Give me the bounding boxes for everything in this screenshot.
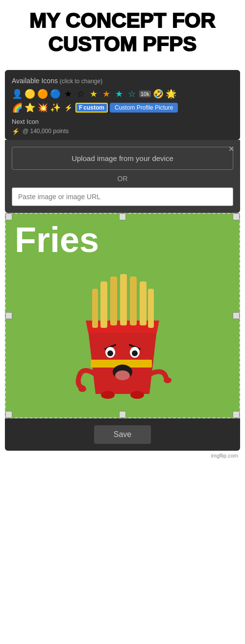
icon-star-rainbow-2[interactable]: ⭐: [24, 102, 35, 113]
points-text: @ 140,000 points: [23, 128, 69, 135]
icon-lightning[interactable]: ⚡: [63, 104, 74, 112]
custom-label: custom: [83, 104, 104, 111]
icons-row-1: 👤 🟡 🟠 🔵 ★ ☆ ★ ★ ★ ☆ 10k 🤣 🌟: [12, 89, 233, 99]
icon-star-rainbow-1[interactable]: 🌈: [12, 102, 23, 113]
icon-star-teal-outline[interactable]: ☆: [126, 89, 137, 99]
crop-handle-ml[interactable]: [5, 312, 12, 319]
next-icon-label: Next Icon: [12, 118, 233, 125]
save-button[interactable]: Save: [94, 425, 151, 444]
crop-handle-tm[interactable]: [119, 213, 126, 220]
crop-handle-bl[interactable]: [5, 411, 12, 418]
meme-header: MY CONCEPT FOR CUSTOM PFPS: [0, 0, 245, 61]
icon-orange-circle[interactable]: 🟠: [37, 89, 48, 99]
icon-star-orange[interactable]: ★: [101, 89, 112, 99]
icon-blue-circle[interactable]: 🔵: [50, 89, 61, 99]
next-icon-section: Next Icon ⚡ @ 140,000 points: [12, 118, 233, 135]
crop-handle-tl[interactable]: [5, 213, 12, 220]
click-hint: (click to change): [60, 78, 102, 85]
crop-handle-bm[interactable]: [119, 411, 126, 418]
icon-star-filled[interactable]: ★: [63, 89, 74, 99]
f-custom-badge[interactable]: F custom: [75, 103, 108, 113]
icon-star-flag[interactable]: 🌟: [166, 89, 176, 99]
next-icon-detail: ⚡ @ 140,000 points: [12, 128, 233, 135]
icon-star-rainbow-4[interactable]: ✨: [50, 102, 61, 113]
paste-url-input[interactable]: [12, 187, 233, 206]
meme-title: MY CONCEPT FOR CUSTOM PFPS: [5, 9, 240, 56]
save-area: Save: [5, 418, 240, 451]
footer-brand: imgflip.com: [0, 451, 245, 460]
custom-pfp-button[interactable]: Custom Profile Picture: [110, 103, 178, 113]
crop-handle-mr[interactable]: [233, 312, 240, 319]
crop-handle-br[interactable]: [233, 411, 240, 418]
icon-star-cyan[interactable]: ★: [114, 89, 124, 99]
icon-lol[interactable]: 🤣: [153, 89, 164, 99]
f-letter: F: [79, 104, 82, 111]
or-divider: OR: [12, 175, 233, 183]
crop-image-container: Fries: [5, 213, 240, 418]
icon-10k[interactable]: 10k: [139, 91, 151, 97]
icon-person[interactable]: 👤: [12, 89, 23, 99]
icons-row-2: 🌈 ⭐ 💥 ✨ ⚡ F custom Custom Profile Pictur…: [12, 102, 233, 113]
icon-star-yellow[interactable]: ★: [88, 89, 99, 99]
close-button[interactable]: ×: [228, 144, 234, 154]
icon-yellow-circle[interactable]: 🟡: [24, 89, 35, 99]
icon-star-rainbow-3[interactable]: 💥: [37, 102, 48, 113]
crop-handle-tr[interactable]: [233, 213, 240, 220]
icon-star-outline[interactable]: ☆: [75, 89, 86, 99]
lightning-icon-small: ⚡: [12, 128, 20, 135]
upload-device-button[interactable]: Upload image from your device: [12, 147, 233, 170]
crop-overlay: [5, 213, 240, 418]
available-icons-label: Available Icons (click to change): [12, 77, 233, 85]
icons-panel: Available Icons (click to change) 👤 🟡 🟠 …: [5, 70, 240, 140]
crop-area: Fries: [5, 213, 240, 418]
upload-dialog: × Upload image from your device OR: [5, 140, 240, 213]
